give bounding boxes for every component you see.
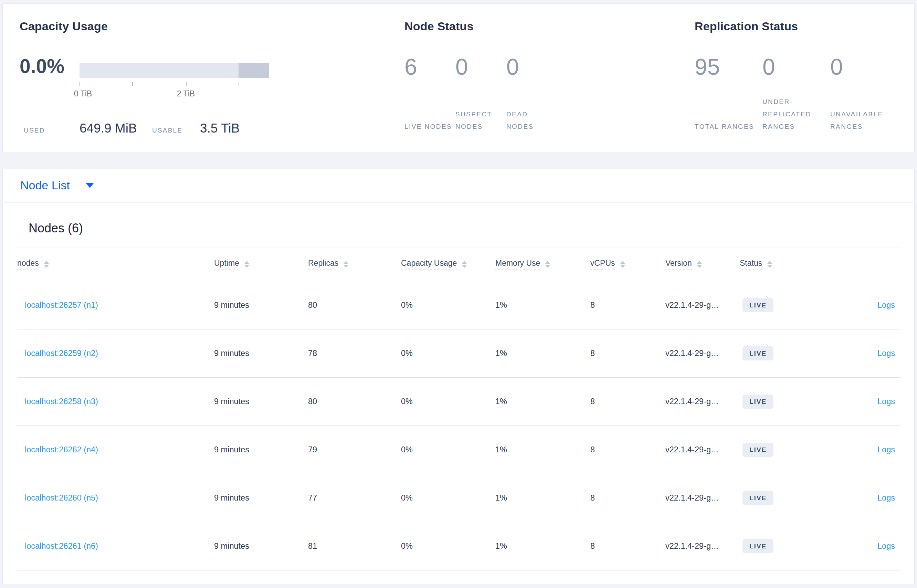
column-header[interactable]: nodes <box>17 258 214 270</box>
gauge-tick <box>186 82 187 86</box>
stat-value: 0 <box>830 55 898 79</box>
gauge-tick <box>132 82 133 86</box>
memory-use-cell: 1% <box>495 300 590 310</box>
status-badge: LIVE <box>743 443 773 457</box>
logs-link[interactable]: Logs <box>877 445 895 454</box>
table-row: localhost:26258 (n3) 9 minutes 80 0% 1% … <box>17 378 901 426</box>
node-status-stat: 0 SUSPECT NODES <box>455 55 506 133</box>
replication-status-stats: 95 TOTAL RANGES 0 UNDER-REPLICATED RANGE… <box>695 55 898 133</box>
sort-icon <box>545 261 550 268</box>
used-label: USED <box>24 127 45 134</box>
node-link[interactable]: localhost:26262 (n4) <box>25 445 98 454</box>
sort-icon <box>620 261 625 268</box>
table-row: localhost:26259 (n2) 9 minutes 78 0% 1% … <box>17 330 901 378</box>
vcpus-cell: 8 <box>590 349 665 358</box>
logs-link[interactable]: Logs <box>877 349 895 358</box>
stat-value: 95 <box>695 55 762 79</box>
stat-value: 0 <box>762 55 830 79</box>
cluster-summary-card: Capacity Usage 0.0% 0 TiB 2 TiB USED 649… <box>2 3 915 152</box>
memory-use-cell: 1% <box>495 493 590 502</box>
replication-status-title: Replication Status <box>695 19 798 33</box>
capacity-usage-cell: 0% <box>401 541 495 551</box>
column-header-label: Status <box>740 258 762 270</box>
node-status-title: Node Status <box>404 19 474 33</box>
capacity-usage-cell: 0% <box>401 349 495 358</box>
capacity-usage-cell: 0% <box>401 300 495 310</box>
replicas-cell: 80 <box>308 300 401 310</box>
column-header[interactable]: Status <box>740 258 865 270</box>
replicas-cell: 77 <box>308 493 401 502</box>
column-header[interactable]: Version <box>665 258 740 270</box>
version-cell: v22.1.4-29-g… <box>665 397 740 406</box>
status-badge: LIVE <box>743 394 773 409</box>
node-status-stat: 0 DEAD NODES <box>506 55 557 133</box>
capacity-usage-cell: 0% <box>401 445 495 454</box>
column-header[interactable]: Capacity Usage <box>401 258 495 270</box>
logs-link[interactable]: Logs <box>877 300 895 310</box>
version-cell: v22.1.4-29-g… <box>665 300 740 310</box>
column-header[interactable]: Uptime <box>214 258 308 270</box>
node-link[interactable]: localhost:26261 (n6) <box>25 541 98 551</box>
replication-status-stat: 0 UNDER-REPLICATED RANGES <box>762 55 830 133</box>
node-link[interactable]: localhost:26259 (n2) <box>25 349 98 358</box>
node-link[interactable]: localhost:26258 (n3) <box>25 397 98 406</box>
sort-icon <box>344 261 348 268</box>
node-link[interactable]: localhost:26257 (n1) <box>25 300 98 310</box>
nodes-table-body: localhost:26257 (n1) 9 minutes 80 0% 1% … <box>17 281 901 570</box>
capacity-usage-cell: 0% <box>401 397 495 406</box>
stat-label: TOTAL RANGES <box>695 121 762 133</box>
vcpus-cell: 8 <box>590 397 665 406</box>
replicas-cell: 79 <box>308 445 401 454</box>
column-header[interactable]: Memory Use <box>495 258 590 270</box>
replication-status-stat: 95 TOTAL RANGES <box>695 55 762 133</box>
view-selector-label: Node List <box>20 179 70 192</box>
uptime-cell: 9 minutes <box>214 397 308 406</box>
vcpus-cell: 8 <box>590 445 665 454</box>
replication-status-stat: 0 UNAVAILABLE RANGES <box>830 55 898 133</box>
gauge-tick-label-0: 0 TiB <box>74 89 92 99</box>
sort-icon <box>44 261 49 268</box>
stat-label: UNAVAILABLE RANGES <box>830 108 898 133</box>
logs-link[interactable]: Logs <box>877 397 895 406</box>
sort-icon <box>697 261 702 268</box>
nodes-card: Nodes (6) nodes Uptime <box>2 203 915 584</box>
node-status-stat: 6 LIVE NODES <box>404 55 455 133</box>
version-cell: v22.1.4-29-g… <box>665 349 740 358</box>
column-header-label: vCPUs <box>590 258 615 270</box>
column-header[interactable]: vCPUs <box>590 258 665 270</box>
replicas-cell: 78 <box>308 349 401 358</box>
nodes-table-header: nodes Uptime Replicas Capacity U <box>17 247 901 281</box>
status-badge: LIVE <box>743 491 773 505</box>
chevron-down-icon <box>86 183 94 188</box>
stat-label: LIVE NODES <box>404 121 455 133</box>
status-badge: LIVE <box>743 298 773 312</box>
stat-label: UNDER-REPLICATED RANGES <box>762 96 830 133</box>
vcpus-cell: 8 <box>590 541 665 551</box>
capacity-gauge: 0 TiB 2 TiB <box>79 63 269 78</box>
replicas-cell: 80 <box>308 397 401 406</box>
usable-value: 3.5 TiB <box>200 121 240 136</box>
table-row: localhost:26262 (n4) 9 minutes 79 0% 1% … <box>17 426 901 474</box>
column-header[interactable]: Replicas <box>308 258 401 270</box>
stat-value: 0 <box>506 55 557 79</box>
logs-link[interactable]: Logs <box>877 493 895 502</box>
logs-link[interactable]: Logs <box>877 541 895 551</box>
version-cell: v22.1.4-29-g… <box>665 445 740 454</box>
capacity-usage-title: Capacity Usage <box>19 19 108 33</box>
column-header-label: Version <box>665 258 692 270</box>
column-header-label: Capacity Usage <box>401 258 457 270</box>
stat-value: 6 <box>404 55 455 79</box>
replicas-cell: 81 <box>308 541 401 551</box>
vcpus-cell: 8 <box>590 493 665 502</box>
capacity-usage-cell: 0% <box>401 493 495 502</box>
view-selector-dropdown[interactable]: Node List <box>2 169 915 202</box>
node-link[interactable]: localhost:26260 (n5) <box>25 493 98 502</box>
uptime-cell: 9 minutes <box>214 493 308 502</box>
column-header-label: Memory Use <box>495 258 540 270</box>
status-badge: LIVE <box>743 346 773 360</box>
gauge-tick-label-2: 2 TiB <box>177 89 195 99</box>
nodes-table: nodes Uptime Replicas Capacity U <box>17 247 901 570</box>
memory-use-cell: 1% <box>495 541 590 551</box>
uptime-cell: 9 minutes <box>214 349 308 358</box>
memory-use-cell: 1% <box>495 445 590 454</box>
